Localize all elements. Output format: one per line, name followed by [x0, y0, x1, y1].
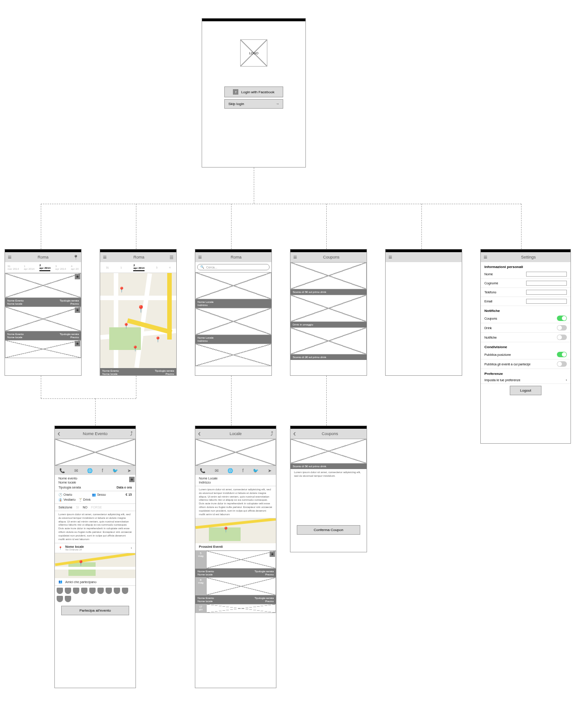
twitter-icon[interactable]: 🐦	[112, 468, 118, 473]
friends-icon: 👥	[58, 580, 63, 584]
mail-icon[interactable]: ✉	[74, 468, 78, 473]
skip-login-button[interactable]: Skip login →	[224, 99, 283, 109]
venue-map[interactable]: 📍	[55, 553, 135, 578]
search-input[interactable]: 🔍 Cerca...	[197, 264, 270, 270]
venue-image[interactable]	[195, 344, 271, 366]
map-screen: Roma 311 2apr 2014 34 📍 📍 📍 📍 📍 Nome Eve…	[100, 249, 177, 376]
surname-input[interactable]	[526, 281, 567, 286]
logout-button[interactable]: Logout	[510, 386, 541, 395]
chevron-right-icon: ›	[566, 378, 567, 382]
globe-icon[interactable]: 🌐	[87, 468, 92, 473]
rsvp-yes[interactable]: SI	[76, 506, 79, 509]
event-list-screen: Roma 31mar 2014 1apr 2014 2apr 2014 3apr…	[5, 249, 82, 376]
section-header: Prossimi Eventi	[195, 543, 276, 551]
venue-map[interactable]: 📍	[195, 518, 276, 543]
phone-icon[interactable]: 📞	[59, 468, 65, 473]
share-icon[interactable]	[271, 431, 273, 437]
arrow-right-icon: →	[276, 102, 279, 106]
coupon-image	[290, 439, 367, 464]
preferences-link[interactable]: Imposta le tue preferenze›	[481, 377, 570, 384]
date-strip[interactable]: 31mar 2014 1apr 2014 2apr 2014 3apr 2014…	[5, 262, 81, 273]
coupon-image[interactable]	[290, 262, 367, 289]
menu-icon[interactable]	[483, 255, 489, 259]
favorite-icon[interactable]: ★	[75, 307, 80, 313]
mail-icon[interactable]: ✉	[215, 468, 218, 473]
location-icon[interactable]: ➤	[127, 468, 131, 473]
section-header: Condivisione	[481, 342, 570, 350]
participate-button[interactable]: Partecipa all'evento	[61, 606, 129, 615]
coupons-toggle[interactable]	[557, 316, 567, 321]
coupons-list-screen: Coupons Sconto di 5€ sul primo drink Dri…	[290, 249, 367, 376]
section-header: Notifiche	[481, 306, 570, 314]
map-pin-icon[interactable]	[73, 255, 78, 260]
login-screen: LOGO f Login with Facebook Skip login →	[202, 18, 306, 168]
name-input[interactable]	[526, 272, 567, 277]
map-pin-icon[interactable]: 📍	[155, 336, 161, 343]
globe-icon[interactable]: 🌐	[227, 468, 233, 473]
venue-detail-screen: Locale 📞✉🌐f🐦➤ Nome LocaleIndirizzo Lorem…	[195, 426, 276, 688]
menu-icon[interactable]	[388, 255, 394, 259]
twitter-icon[interactable]: 🐦	[253, 468, 258, 473]
map-pin-icon[interactable]: 📍	[132, 345, 139, 352]
event-image[interactable]	[5, 340, 81, 358]
venue-hero-image	[195, 439, 276, 466]
event-description: Lorem ipsum dolor sit amet, consectetur …	[55, 511, 135, 543]
venue-link[interactable]: 📍 Nome localeVia Ombrone 14 ›	[55, 543, 135, 553]
blank-screen	[385, 249, 462, 376]
event-image[interactable]	[5, 307, 81, 331]
menu-icon[interactable]	[103, 255, 108, 259]
map-pin-icon[interactable]: 📍	[118, 287, 125, 293]
location-icon[interactable]: ➤	[268, 468, 271, 473]
drink-toggle[interactable]	[557, 325, 567, 330]
map-pin-icon[interactable]: 📍	[123, 323, 130, 329]
map-pin-icon[interactable]: 📍	[136, 305, 145, 313]
section-header: Informazioni personali	[481, 262, 570, 270]
menu-icon[interactable]	[293, 255, 299, 259]
notifications-toggle[interactable]	[557, 335, 567, 340]
friends-list	[55, 586, 135, 604]
event-hero-image	[55, 439, 135, 466]
share-position-toggle[interactable]	[557, 352, 567, 357]
search-icon: 🔍	[200, 265, 204, 269]
coupon-description: Lorem ipsum dolor sit amet, consectetur …	[290, 469, 367, 523]
list-icon[interactable]	[169, 255, 174, 260]
coupon-image[interactable]	[290, 327, 367, 354]
event-image[interactable]	[5, 273, 81, 298]
settings-screen: Settings Informazioni personali Nome Cog…	[480, 249, 571, 444]
rsvp-no[interactable]: NO	[82, 506, 87, 509]
facebook-icon: f	[233, 89, 238, 95]
section-header: Preferenze	[481, 369, 570, 377]
coupon-detail-screen: Coupons Sconto di 5€ sul primo drink Lor…	[290, 426, 367, 552]
phone-icon[interactable]: 📞	[200, 468, 205, 473]
venue-description: Lorem ipsum dolor sit amet, consectetur …	[195, 486, 276, 518]
favorite-icon[interactable]: ★	[270, 551, 275, 557]
favorite-icon[interactable]: ★	[75, 341, 80, 346]
facebook-icon[interactable]: f	[242, 468, 244, 473]
menu-icon[interactable]	[198, 255, 203, 259]
coupon-image[interactable]	[290, 295, 367, 322]
favorite-icon[interactable]: ★	[75, 274, 80, 279]
share-icon[interactable]	[130, 431, 133, 437]
date-strip[interactable]: 311 2apr 2014 34	[100, 262, 176, 273]
venue-image[interactable]	[195, 272, 271, 299]
event-detail-screen: Nome Evento 📞✉🌐f🐦➤ Nome evento Nome loca…	[54, 426, 136, 688]
search-screen: Roma 🔍 Cerca... Nome LocaleIndirizzo Nom…	[195, 249, 272, 376]
chevron-right-icon: ›	[131, 546, 132, 550]
favorite-icon[interactable]: ★	[129, 477, 135, 482]
pin-icon: 📍	[58, 546, 63, 550]
confirm-coupon-button[interactable]: Conferma Coupon	[297, 525, 360, 535]
email-input[interactable]	[526, 299, 567, 304]
login-facebook-button[interactable]: f Login with Facebook	[224, 86, 283, 97]
venue-image[interactable]	[195, 308, 271, 335]
phone-input[interactable]	[526, 290, 567, 295]
map-view[interactable]: 📍 📍 📍 📍 📍	[100, 273, 176, 368]
rsvp-maybe[interactable]: FORSE	[91, 506, 102, 509]
menu-icon[interactable]	[8, 255, 13, 259]
facebook-icon[interactable]: f	[102, 468, 103, 473]
share-events-toggle[interactable]	[557, 361, 567, 367]
logo-placeholder: LOGO	[240, 39, 267, 67]
